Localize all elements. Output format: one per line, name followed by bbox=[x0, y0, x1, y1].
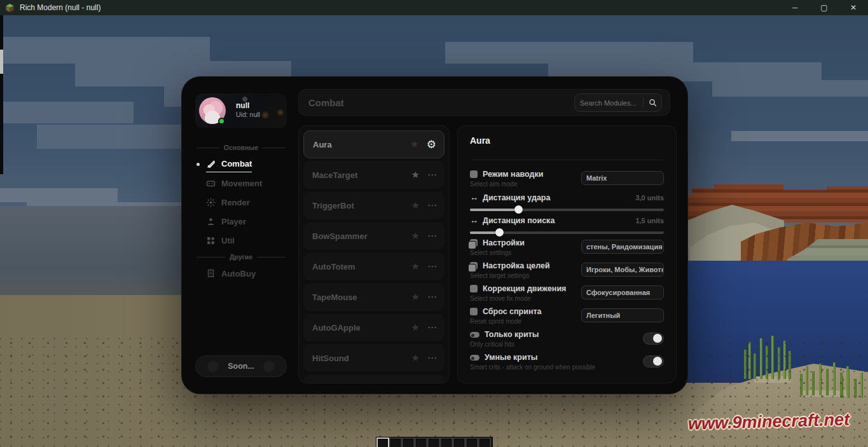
sidebar-item-movement[interactable]: Movement bbox=[195, 174, 287, 193]
module-row-partial[interactable] bbox=[303, 375, 444, 383]
movefix-dropdown[interactable]: Сфокусированная bbox=[581, 285, 664, 299]
soon-right-icon bbox=[263, 361, 275, 372]
setting-subtitle: Select move fix mode bbox=[470, 295, 566, 302]
toggle-thumb bbox=[653, 334, 662, 343]
favorite-star-icon[interactable]: ★ bbox=[411, 352, 420, 364]
grid-icon bbox=[206, 236, 216, 245]
more-options-icon[interactable]: ⋯ bbox=[427, 291, 437, 303]
slider-fill bbox=[470, 209, 518, 211]
module-row-hitsound[interactable]: HitSound ★ ⋯ bbox=[303, 344, 444, 372]
module-name: HitSound bbox=[312, 354, 411, 363]
sidebar-item-render[interactable]: Render bbox=[195, 193, 287, 212]
sidebar-item-combat[interactable]: Combat bbox=[195, 155, 287, 174]
setting-subtitle: Reset sprint mode bbox=[470, 318, 542, 325]
module-settings-panel: Aura Режим наводки Select aim mode Matri… bbox=[457, 125, 677, 383]
section-label: Основные bbox=[224, 144, 258, 151]
module-row-bowspammer[interactable]: BowSpammer ★ ⋯ bbox=[303, 222, 444, 250]
aim-mode-dropdown[interactable]: Matrix bbox=[581, 171, 664, 185]
favorite-star-icon[interactable]: ★ bbox=[411, 261, 420, 272]
slider-value: 3,0 units bbox=[635, 194, 664, 202]
sidebar-item-label: Movement bbox=[221, 179, 262, 188]
more-options-icon[interactable]: ⋯ bbox=[427, 352, 437, 364]
favorite-star-icon[interactable]: ★ bbox=[411, 169, 420, 181]
more-options-icon[interactable]: ⋯ bbox=[427, 169, 437, 181]
module-row-aura[interactable]: Aura ★ ⚙ bbox=[303, 130, 444, 158]
category-header: Combat bbox=[298, 89, 670, 116]
module-row-autogapple[interactable]: AutoGApple ★ ⋯ bbox=[303, 313, 444, 341]
search-input[interactable] bbox=[575, 99, 643, 107]
module-row-macetarget[interactable]: MaceTarget ★ ⋯ bbox=[303, 161, 444, 189]
soon-left-icon bbox=[207, 361, 219, 372]
setting-attack-distance: ↔ Дистанция удара 3,0 units bbox=[470, 189, 664, 212]
setting-label: Настройки bbox=[483, 238, 525, 247]
search-distance-slider[interactable] bbox=[470, 231, 664, 234]
module-row-autototem[interactable]: AutoTotem ★ ⋯ bbox=[303, 252, 444, 280]
favorite-star-icon[interactable]: ★ bbox=[411, 200, 420, 211]
online-status-dot bbox=[218, 118, 225, 125]
setting-search-distance: ↔ Дистанция поиска 1,5 units bbox=[470, 212, 664, 235]
favorite-star-icon[interactable]: ★ bbox=[411, 230, 420, 242]
close-button[interactable]: ✕ bbox=[839, 0, 868, 15]
hotbar-slot[interactable] bbox=[478, 437, 491, 447]
search-box[interactable] bbox=[574, 93, 662, 112]
toggle-icon bbox=[470, 355, 479, 361]
module-name: AutoTotem bbox=[312, 262, 411, 272]
favorite-star-icon[interactable]: ★ bbox=[411, 322, 420, 333]
more-options-icon[interactable]: ⋯ bbox=[427, 200, 437, 211]
sprint-reset-dropdown[interactable]: Легитный bbox=[581, 308, 664, 322]
maximize-button[interactable]: ▢ bbox=[809, 0, 839, 15]
more-options-icon[interactable]: ⋯ bbox=[427, 322, 437, 333]
sidebar-item-autobuy[interactable]: AutoBuy bbox=[195, 264, 287, 283]
only-crits-toggle[interactable] bbox=[643, 333, 664, 345]
search-icon[interactable] bbox=[644, 99, 661, 107]
slider-thumb[interactable] bbox=[495, 228, 504, 237]
sidebar-item-label: Util bbox=[221, 236, 235, 245]
setting-label: Настройка целей bbox=[483, 261, 550, 270]
sidebar-item-util[interactable]: Util bbox=[195, 231, 287, 250]
gear-icon[interactable]: ⚙ bbox=[427, 138, 436, 151]
targets-dropdown[interactable]: Игроки, Мобы, Животные bbox=[581, 263, 664, 277]
sparkle-icon bbox=[206, 198, 216, 207]
more-options-icon[interactable]: ⋯ bbox=[427, 261, 437, 272]
minimize-button[interactable]: ─ bbox=[780, 0, 809, 15]
setting-label: Коррекция движения bbox=[483, 284, 566, 293]
hotbar-slot[interactable] bbox=[427, 437, 440, 447]
module-list: Aura ★ ⚙ MaceTarget ★ ⋯ TriggerBot ★ ⋯ B… bbox=[298, 125, 450, 383]
person-icon bbox=[206, 217, 216, 226]
hotbar-slot[interactable] bbox=[415, 437, 427, 447]
setting-sprint-reset: Сброс спринта Reset sprint mode Легитный bbox=[470, 304, 664, 327]
sidebar-item-player[interactable]: Player bbox=[195, 212, 287, 231]
window-title: Rich Modern (null - null) bbox=[20, 3, 100, 12]
sidebar-item-label: AutoBuy bbox=[221, 269, 256, 279]
sword-icon bbox=[206, 159, 216, 168]
setting-label: Дистанция поиска bbox=[483, 216, 635, 225]
module-row-triggerbot[interactable]: TriggerBot ★ ⋯ bbox=[303, 191, 444, 219]
settings-dropdown[interactable]: стены, Рандомизация крит bbox=[581, 240, 664, 254]
sidebar-nav: Основные Combat Movement bbox=[195, 141, 287, 283]
hotbar-slot-selected[interactable] bbox=[376, 437, 389, 447]
favorite-star-icon[interactable]: ★ bbox=[411, 291, 420, 303]
hotbar-slot[interactable] bbox=[440, 437, 453, 447]
hotbar-slot[interactable] bbox=[465, 437, 478, 447]
smart-crits-toggle[interactable] bbox=[643, 355, 664, 368]
slider-fill bbox=[470, 231, 499, 234]
setting-aim-mode: Режим наводки Select aim mode Matrix bbox=[470, 167, 664, 189]
receipt-icon bbox=[206, 269, 216, 279]
soon-label: Soon... bbox=[228, 362, 254, 371]
soon-button[interactable]: Soon... bbox=[195, 355, 287, 377]
profile-card[interactable]: null Uid: null bbox=[195, 93, 287, 128]
setting-subtitle: Select settings bbox=[470, 249, 525, 256]
layers-icon bbox=[470, 262, 478, 270]
slider-value: 1,5 units bbox=[635, 217, 664, 224]
hotbar-slot[interactable] bbox=[453, 437, 465, 447]
hotbar-slot[interactable] bbox=[402, 437, 415, 447]
active-dot bbox=[196, 163, 200, 166]
more-options-icon[interactable]: ⋯ bbox=[427, 230, 437, 242]
section-label: Другие bbox=[230, 253, 252, 261]
attack-distance-slider[interactable] bbox=[470, 209, 664, 211]
hotbar-slot[interactable] bbox=[389, 437, 402, 447]
module-row-tapemouse[interactable]: TapeMouse ★ ⋯ bbox=[303, 283, 444, 311]
window-titlebar[interactable]: Rich Modern (null - null) ─ ▢ ✕ bbox=[0, 0, 868, 15]
sidebar-item-label: Combat bbox=[221, 159, 252, 168]
favorite-star-icon[interactable]: ★ bbox=[410, 139, 418, 150]
